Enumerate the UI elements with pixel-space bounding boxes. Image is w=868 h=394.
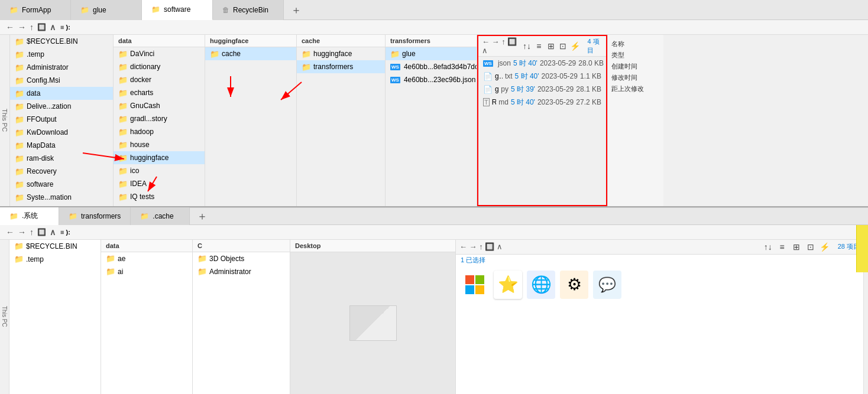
- nav-expand-btn[interactable]: ∧: [48, 22, 57, 32]
- data-item-iq-tests[interactable]: 📁IQ tests: [114, 190, 205, 203]
- taskbar-icon-windows[interactable]: [461, 271, 489, 299]
- grid2-btn[interactable]: ⊡: [558, 40, 568, 52]
- nav-item-ram-disk[interactable]: 📁ram-disk: [10, 152, 113, 165]
- data-item-gnucash[interactable]: 📁GnuCash: [114, 99, 205, 112]
- md-icon: T: [483, 98, 490, 106]
- folder-icon: 📁: [80, 6, 89, 14]
- glue-item-size: 1.1 KB: [580, 72, 601, 80]
- data-item-iso[interactable]: 📁ISO: [114, 203, 205, 206]
- trans-item-4e60bb...8[interactable]: WS4e60bb...8efad3d4b7dc...: [386, 60, 477, 73]
- top-explorer: ← → ↑ 🔲 ∧ ≡ ): This PC 📁$RECYCLE.BIN📁.te…: [0, 20, 868, 206]
- bottom-c-column: C 📁3D Objects📁Administrator: [193, 240, 290, 395]
- folder-icon: 📁: [15, 167, 24, 176]
- data-item-ico[interactable]: 📁ico: [114, 164, 205, 177]
- txt-icon: 📄: [483, 72, 493, 81]
- nav-item--temp[interactable]: 📁.temp: [10, 48, 113, 61]
- data-item-gradl---story[interactable]: 📁gradl...story: [114, 112, 205, 125]
- recyclebin-icon: 🗑: [222, 6, 229, 14]
- flash-btn[interactable]: ⚡: [570, 40, 580, 52]
- nav-home-btn[interactable]: 🔲: [36, 23, 47, 31]
- nav-item-config-msi[interactable]: 📁Config.Msi: [10, 74, 113, 87]
- trans-item-4e60bb...2[interactable]: WS4e60bb...23ec96b.json: [386, 73, 477, 86]
- tab-recyclebin[interactable]: 🗑 RecycleBin: [213, 0, 284, 20]
- glue-item-size: 27.2 KB: [576, 98, 601, 106]
- data-item-idea[interactable]: 📁IDEA: [114, 177, 205, 190]
- bottom-tab-add[interactable]: ＋: [190, 209, 215, 223]
- cache-item-transformers[interactable]: 📁transformers: [297, 60, 385, 73]
- nav-item-administrator[interactable]: 📁Administrator: [10, 61, 113, 74]
- grid2-btn-b[interactable]: ⊡: [805, 241, 817, 253]
- folder-icon: 📁: [390, 50, 400, 58]
- tab-glue[interactable]: 📁 glue: [71, 0, 142, 20]
- nav-item-recovery[interactable]: 📁Recovery: [10, 165, 113, 178]
- taskbar-icon-app4[interactable]: ⚙: [560, 271, 588, 299]
- bottom-tab-transformers[interactable]: 📁 transformers: [59, 207, 131, 225]
- tab-software[interactable]: 📁 software: [142, 0, 213, 20]
- grid-btn-b[interactable]: ⊞: [791, 241, 802, 253]
- nav-item-$recycle-bin[interactable]: 📁$RECYCLE.BIN: [10, 35, 113, 48]
- nav-back-btn[interactable]: ←: [5, 22, 15, 32]
- nav-item-syste---mation[interactable]: 📁Syste...mation: [10, 191, 113, 204]
- data-item-house[interactable]: 📁house: [114, 138, 205, 151]
- bottom-nav-item-.temp[interactable]: 📁.temp: [9, 253, 101, 266]
- glue-item-date: 2023-05-29: [542, 72, 578, 80]
- taskbar-icon-app2[interactable]: ⭐: [494, 271, 522, 299]
- bottom-tab-xitong[interactable]: 📁 .系统: [0, 207, 59, 225]
- hf-item-cache[interactable]: 📁cache: [205, 47, 296, 60]
- flash-btn-b[interactable]: ⚡: [819, 241, 831, 253]
- data-item-huggingface[interactable]: 📁huggingface: [114, 151, 205, 164]
- bottom-c-header: C: [193, 240, 290, 252]
- folder-icon: 📁: [106, 267, 115, 276]
- bottom-data-item-ai[interactable]: 📁ai: [101, 265, 192, 278]
- folder-icon: 📁: [15, 193, 24, 202]
- sort-btn-b[interactable]: ↑↓: [762, 241, 774, 253]
- bottom-nav-column: 📁$RECYCLE.BIN📁.temp: [9, 240, 101, 395]
- data-item-hadoop[interactable]: 📁hadoop: [114, 125, 205, 138]
- glue-row-README.md[interactable]: T README.md md 5 时 40' 2023-05-29 27.2 K…: [478, 96, 606, 109]
- data-item-echarts[interactable]: 📁echarts: [114, 86, 205, 99]
- nav-item-software[interactable]: 📁software: [10, 178, 113, 191]
- bottom-tab-cache[interactable]: 📁 .cache: [131, 207, 190, 225]
- list-btn-b[interactable]: ≡: [776, 241, 788, 253]
- nav-up-btn-b[interactable]: ↑: [28, 227, 35, 237]
- nav-item-ffoutput[interactable]: 📁FFOutput: [10, 113, 113, 126]
- bottom-tab-label: .cache: [153, 212, 173, 220]
- bottom-nav-item-$RECYCLE.BIN[interactable]: 📁$RECYCLE.BIN: [9, 240, 101, 253]
- nav-expand-btn-b[interactable]: ∧: [48, 227, 57, 237]
- data-item-davinci[interactable]: 📁DaVinci: [114, 47, 205, 60]
- nav-item-kwdownload[interactable]: 📁KwDownload: [10, 126, 113, 139]
- add-tab-button[interactable]: ＋: [284, 3, 309, 17]
- tab-formapp[interactable]: 📁 FormApp: [0, 0, 71, 20]
- tab-label: software: [164, 5, 190, 14]
- nav-forward-btn[interactable]: →: [17, 22, 27, 32]
- nav-item-windows-kits[interactable]: 📁Windows Kits: [10, 204, 113, 206]
- sort-btn[interactable]: ↑↓: [522, 40, 532, 52]
- data-item-docker[interactable]: 📁docker: [114, 73, 205, 86]
- glue-row-gitattributes.txt[interactable]: 📄 gitattributes.txt txt 5 时 40' 2023-05-…: [478, 70, 606, 83]
- taskbar-icon-app3[interactable]: 🌐: [527, 271, 555, 299]
- list-btn[interactable]: ≡: [534, 40, 543, 52]
- taskbar-icon-app5[interactable]: 💬: [593, 271, 621, 299]
- nav-home-btn-b[interactable]: 🔲: [36, 228, 47, 236]
- nav-back-btn-b[interactable]: ←: [5, 227, 15, 237]
- grid-btn[interactable]: ⊞: [546, 40, 556, 52]
- glue-row-dataset_infos.json[interactable]: WS dataset_infos.json json 5 时 40' 2023-…: [478, 57, 606, 70]
- nav-item-delive---zation[interactable]: 📁Delive...zation: [10, 100, 113, 113]
- bottom-nav-header: ← → ↑ 🔲 ∧ ≡ ): This PC 📁$RECYCLE.BIN📁.te…: [0, 225, 868, 395]
- bottom-c-item-3D Objects[interactable]: 📁3D Objects: [193, 252, 290, 265]
- nav-item-mapdata[interactable]: 📁MapData: [10, 139, 113, 152]
- folder-icon: 📁: [9, 6, 18, 14]
- trans-item-glue[interactable]: 📁glue: [386, 47, 477, 60]
- nav-item-label: MapData: [27, 141, 56, 149]
- bottom-c-item-Administrator[interactable]: 📁Administrator: [193, 265, 290, 278]
- glue-item-name: gitattributes.txt: [495, 72, 503, 80]
- data-item-dictionary[interactable]: 📁dictionary: [114, 60, 205, 73]
- cache-item-huggingface[interactable]: 📁huggingface: [297, 47, 385, 60]
- nav-forward-btn-b[interactable]: →: [17, 227, 27, 237]
- folder-icon: 📁: [15, 37, 24, 46]
- nav-item-data[interactable]: 📁data: [10, 87, 113, 100]
- glue-item-date: 2023-05-29: [540, 59, 576, 67]
- glue-row-glue.py[interactable]: 📄 glue.py py 5 时 39' 2023-05-29 28.1 KB: [478, 83, 606, 96]
- bottom-data-item-ae[interactable]: 📁ae: [101, 252, 192, 265]
- nav-up-btn[interactable]: ↑: [28, 22, 35, 32]
